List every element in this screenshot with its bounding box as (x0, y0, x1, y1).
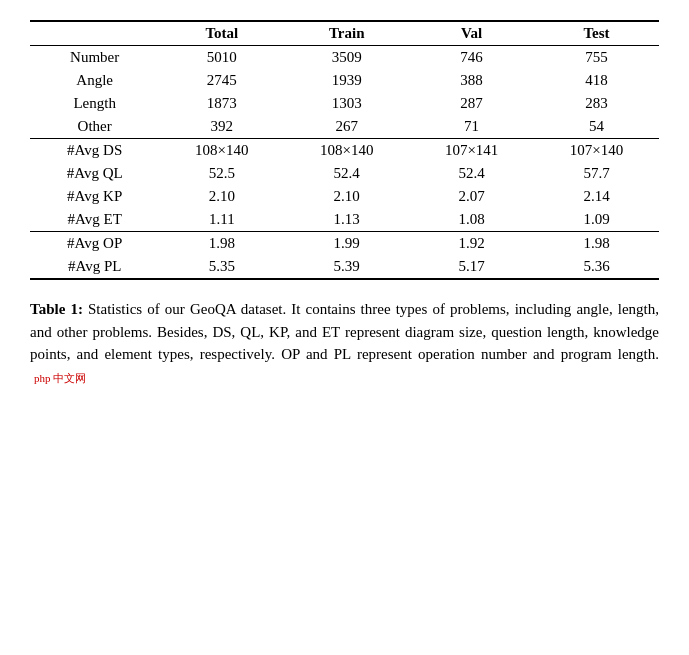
row-label: Other (30, 115, 159, 139)
row-value: 1.98 (159, 232, 284, 256)
col-header-total: Total (159, 21, 284, 46)
row-value: 2745 (159, 69, 284, 92)
row-value: 5.39 (284, 255, 409, 279)
row-value: 1.99 (284, 232, 409, 256)
row-value: 1.92 (409, 232, 534, 256)
table-row: #Avg OP1.981.991.921.98 (30, 232, 659, 256)
row-value: 418 (534, 69, 659, 92)
row-value: 5.36 (534, 255, 659, 279)
row-value: 57.7 (534, 162, 659, 185)
row-value: 1303 (284, 92, 409, 115)
row-value: 2.14 (534, 185, 659, 208)
row-label: #Avg KP (30, 185, 159, 208)
table-row: #Avg DS108×140108×140107×141107×140 (30, 139, 659, 163)
row-value: 107×140 (534, 139, 659, 163)
row-value: 5.35 (159, 255, 284, 279)
row-value: 1.08 (409, 208, 534, 232)
row-value: 1939 (284, 69, 409, 92)
row-value: 287 (409, 92, 534, 115)
table-row: #Avg QL52.552.452.457.7 (30, 162, 659, 185)
table-row: Number50103509746755 (30, 46, 659, 70)
table-row: Length18731303287283 (30, 92, 659, 115)
row-label: #Avg PL (30, 255, 159, 279)
data-table: Total Train Val Test Number5010350974675… (30, 20, 659, 280)
row-value: 108×140 (159, 139, 284, 163)
col-header-empty (30, 21, 159, 46)
watermark: php 中文网 (34, 370, 86, 387)
col-header-test: Test (534, 21, 659, 46)
row-value: 1.13 (284, 208, 409, 232)
row-value: 71 (409, 115, 534, 139)
table-row: Other3922677154 (30, 115, 659, 139)
row-value: 2.07 (409, 185, 534, 208)
table-row: Angle27451939388418 (30, 69, 659, 92)
row-value: 3509 (284, 46, 409, 70)
row-value: 392 (159, 115, 284, 139)
row-label: #Avg DS (30, 139, 159, 163)
row-label: Number (30, 46, 159, 70)
row-value: 746 (409, 46, 534, 70)
row-value: 5010 (159, 46, 284, 70)
row-value: 1873 (159, 92, 284, 115)
row-value: 54 (534, 115, 659, 139)
row-value: 2.10 (159, 185, 284, 208)
row-label: #Avg OP (30, 232, 159, 256)
caption-label: Table 1: (30, 301, 83, 317)
row-value: 755 (534, 46, 659, 70)
table-row: #Avg PL5.355.395.175.36 (30, 255, 659, 279)
row-value: 267 (284, 115, 409, 139)
row-value: 1.09 (534, 208, 659, 232)
col-header-val: Val (409, 21, 534, 46)
table-caption: Table 1: Statistics of our GeoQA dataset… (30, 298, 659, 388)
table-row: #Avg ET1.111.131.081.09 (30, 208, 659, 232)
table-header-row: Total Train Val Test (30, 21, 659, 46)
row-value: 5.17 (409, 255, 534, 279)
row-label: #Avg QL (30, 162, 159, 185)
row-value: 52.4 (409, 162, 534, 185)
row-value: 2.10 (284, 185, 409, 208)
row-value: 108×140 (284, 139, 409, 163)
row-value: 1.98 (534, 232, 659, 256)
row-value: 107×141 (409, 139, 534, 163)
row-label: #Avg ET (30, 208, 159, 232)
caption-text: Statistics of our GeoQA dataset. It cont… (30, 301, 659, 362)
row-label: Angle (30, 69, 159, 92)
row-value: 52.5 (159, 162, 284, 185)
col-header-train: Train (284, 21, 409, 46)
table-wrapper: Total Train Val Test Number5010350974675… (30, 20, 659, 280)
table-row: #Avg KP2.102.102.072.14 (30, 185, 659, 208)
row-label: Length (30, 92, 159, 115)
row-value: 1.11 (159, 208, 284, 232)
row-value: 388 (409, 69, 534, 92)
row-value: 283 (534, 92, 659, 115)
row-value: 52.4 (284, 162, 409, 185)
